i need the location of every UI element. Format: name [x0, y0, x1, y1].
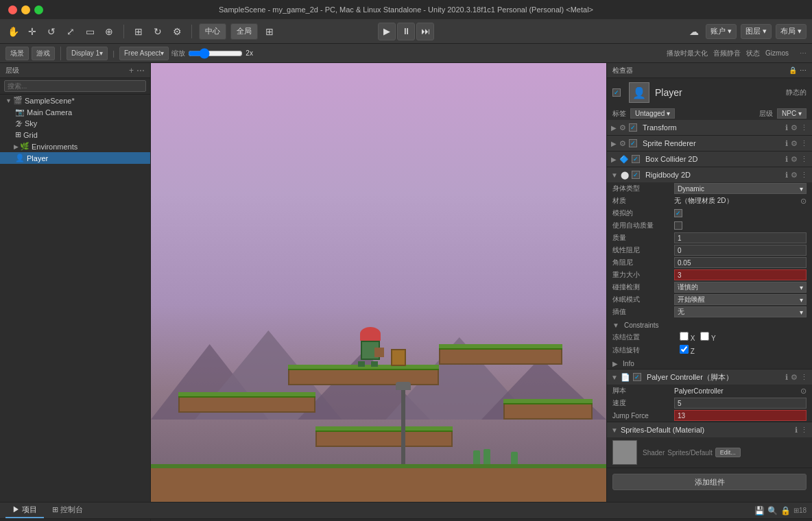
transform-checkbox[interactable]: ✓	[629, 123, 637, 132]
edit-shader-button[interactable]: Edit...	[715, 448, 741, 457]
lock-bottom-icon[interactable]: 🔒	[780, 506, 791, 516]
mat-more-icon[interactable]: ⋮	[800, 426, 808, 435]
center-button[interactable]: 中心	[199, 23, 226, 40]
transform-more-icon[interactable]: ⋮	[800, 123, 808, 132]
aspect-dropdown[interactable]: Free Aspect ▾	[119, 47, 169, 60]
sprite-renderer-header[interactable]: ▶ ⚙ ✓ Sprite Renderer ℹ ⚙ ⋮	[607, 136, 812, 151]
rb-collision-dropdown[interactable]: 谨慎的▾	[674, 282, 807, 293]
pc-jumpforce-input[interactable]	[674, 410, 807, 421]
hierarchy-item-grid[interactable]: ⊞ Grid	[0, 129, 150, 141]
transform-tool-icon[interactable]: ⊕	[102, 24, 117, 39]
cloud-icon[interactable]: ☁	[686, 24, 702, 39]
rb-interpolate-label: 插值	[612, 307, 674, 317]
rb-sleepmode-dropdown[interactable]: 开始唤醒▾	[674, 294, 807, 305]
gizmos-label[interactable]: Gizmos	[765, 49, 789, 57]
global-button[interactable]: 全局	[230, 23, 258, 40]
sr-more-icon[interactable]: ⋮	[800, 139, 808, 148]
rotate-tool-icon[interactable]: ↺	[44, 24, 59, 39]
mat-info-icon[interactable]: ℹ	[795, 426, 798, 435]
refresh-icon[interactable]: ↻	[150, 24, 165, 39]
move-tool-icon[interactable]: ✛	[25, 24, 40, 39]
rb-simulated-checkbox[interactable]: ✓	[674, 209, 682, 217]
layers-dropdown[interactable]: 图层 ▾	[741, 24, 772, 39]
add-hierarchy-icon[interactable]: +	[129, 66, 134, 75]
pc-speed-input[interactable]	[674, 398, 807, 409]
rb-more-icon[interactable]: ⋮	[800, 171, 808, 180]
info-header[interactable]: ▶ Info	[607, 358, 812, 369]
rb-header[interactable]: ▼ ⬤ ✓ Rigidbody 2D ℹ ⚙ ⋮	[607, 167, 812, 182]
mute-label[interactable]: 音频静音	[713, 49, 741, 58]
scale-slider[interactable]	[188, 48, 243, 59]
tag-dropdown[interactable]: Untagged ▾	[630, 108, 675, 119]
play-button[interactable]: ▶	[378, 23, 396, 40]
hand-tool-icon[interactable]: ✋	[5, 24, 21, 39]
hierarchy-item-player[interactable]: 👤 Player	[0, 152, 150, 164]
bc-header[interactable]: ▶ 🔷 ✓ Box Collider 2D ℹ ⚙ ⋮	[607, 152, 812, 167]
hierarchy-item-sky[interactable]: 🌫 Sky	[0, 118, 150, 129]
sr-checkbox[interactable]: ✓	[629, 139, 637, 147]
display-dropdown[interactable]: Display 1 ▾	[67, 47, 108, 60]
scene-tab[interactable]: 场景	[5, 47, 29, 60]
rb-angulardrag-input[interactable]	[674, 257, 807, 268]
close-button[interactable]	[8, 5, 17, 14]
layer-dropdown[interactable]: NPC ▾	[777, 108, 807, 119]
hierarchy-search-input[interactable]	[4, 80, 146, 92]
constraints-header[interactable]: ▼ Constraints	[607, 319, 812, 330]
bc-settings-icon[interactable]: ⚙	[791, 155, 798, 164]
console-tab[interactable]: ⊞ 控制台	[45, 503, 90, 518]
pc-checkbox[interactable]: ✓	[633, 373, 641, 381]
more-options[interactable]: ⋯	[800, 49, 807, 57]
hierarchy-item-environments[interactable]: ▶ 🌿 Environments	[0, 141, 150, 152]
rb-automass-checkbox[interactable]	[674, 221, 682, 230]
sr-settings-icon[interactable]: ⚙	[791, 139, 798, 148]
minimize-button[interactable]	[21, 5, 30, 14]
maximize-label[interactable]: 播放时最大化	[667, 49, 708, 58]
rb-mass-input[interactable]	[674, 232, 807, 243]
more-hierarchy-icon[interactable]: ⋯	[136, 66, 145, 75]
rb-lineardrag-input[interactable]	[674, 245, 807, 256]
transform-settings-icon[interactable]: ⚙	[791, 123, 798, 132]
pause-button[interactable]: ⏸	[397, 23, 415, 40]
game-tab[interactable]: 游戏	[32, 47, 55, 60]
game-view[interactable]	[151, 63, 606, 502]
pc-header[interactable]: ▼ 📄 ✓ Palyer Controller（脚本） ℹ ⚙ ⋮	[607, 369, 812, 385]
pc-info-icon[interactable]: ℹ	[785, 373, 788, 382]
add-component-button[interactable]: 添加组件	[612, 474, 807, 490]
project-tab[interactable]: ▶ 项目	[5, 503, 44, 518]
search-bottom-icon[interactable]: 🔍	[767, 506, 778, 516]
rb-checkbox[interactable]: ✓	[632, 171, 640, 179]
pc-more-icon[interactable]: ⋮	[800, 373, 808, 382]
lock-icon[interactable]: 🔒	[789, 66, 797, 74]
rb-interpolate-dropdown[interactable]: 无▾	[674, 306, 807, 317]
rb-info-icon[interactable]: ℹ	[785, 171, 788, 180]
freeze-pos-y[interactable]: Y	[700, 332, 715, 342]
rb-gravity-input[interactable]	[674, 269, 807, 280]
inspector-more-icon[interactable]: ⋯	[800, 66, 807, 74]
hierarchy-item-maincamera[interactable]: 📷 Main Camera	[0, 106, 150, 118]
step-button[interactable]: ⏭	[416, 23, 434, 40]
scale-tool-icon[interactable]: ⤢	[63, 24, 78, 39]
rb-bodytype-dropdown[interactable]: Dynamic▾	[674, 183, 807, 194]
rb-settings-icon[interactable]: ⚙	[791, 171, 798, 180]
rect-tool-icon[interactable]: ▭	[82, 24, 97, 39]
freeze-pos-x[interactable]: X	[680, 332, 695, 342]
active-checkbox[interactable]: ✓	[612, 88, 621, 97]
maximize-button[interactable]	[34, 5, 43, 14]
transform-header[interactable]: ▶ ⚙ ✓ Transform ℹ ⚙ ⋮	[607, 120, 812, 135]
layout-dropdown[interactable]: 布局 ▾	[776, 24, 807, 39]
bc-more-icon[interactable]: ⋮	[800, 155, 808, 164]
transform-info-icon[interactable]: ℹ	[785, 123, 788, 132]
sr-info-icon[interactable]: ℹ	[785, 139, 788, 148]
hierarchy-item-samplescene[interactable]: ▼ 🎬 SampleScene*	[0, 95, 150, 106]
snap-icon[interactable]: ⊞	[262, 24, 277, 39]
save-icon[interactable]: 💾	[754, 506, 765, 516]
accounts-dropdown[interactable]: 账户 ▾	[706, 24, 737, 39]
grid-icon[interactable]: ⊞	[131, 24, 146, 39]
mat-header[interactable]: ▼ Sprites-Default (Material) ℹ ⋮	[607, 422, 812, 437]
bc-info-icon[interactable]: ℹ	[785, 155, 788, 164]
pc-settings-icon[interactable]: ⚙	[791, 373, 798, 382]
stats-label[interactable]: 状态	[746, 49, 760, 58]
freeze-rot-z[interactable]: Z	[680, 345, 695, 355]
bc-checkbox[interactable]: ✓	[632, 155, 640, 163]
settings-icon[interactable]: ⚙	[169, 24, 184, 39]
